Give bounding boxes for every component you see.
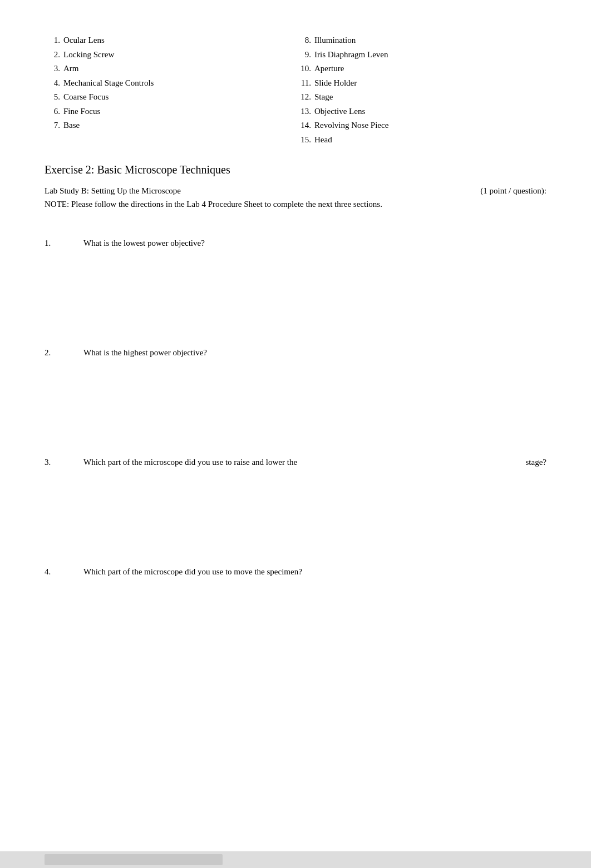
list-item: 4.Mechanical Stage Controls bbox=[45, 76, 296, 91]
question-4: 4. Which part of the microscope did you … bbox=[45, 556, 546, 577]
lab-study-points: (1 point / question): bbox=[480, 186, 546, 196]
list-item: 10.Aperture bbox=[296, 62, 546, 76]
bottom-bar-inner bbox=[45, 854, 223, 865]
exercise-title: Exercise 2: Basic Microscope Techniques bbox=[45, 163, 546, 176]
list-item: 6.Fine Focus bbox=[45, 105, 296, 119]
lab-study-header: Lab Study B: Setting Up the Microscope (… bbox=[45, 186, 546, 196]
list-column-right: 8.Illumination9.Iris Diaphragm Leven10.A… bbox=[296, 33, 546, 147]
list-item: 11.Slide Holder bbox=[296, 76, 546, 91]
right-list: 8.Illumination9.Iris Diaphragm Leven10.A… bbox=[296, 33, 546, 147]
answer-space-1 bbox=[45, 248, 546, 337]
question-2-number: 2. bbox=[45, 348, 83, 358]
lab-study-label: Lab Study B: Setting Up the Microscope bbox=[45, 186, 181, 196]
list-item: 13.Objective Lens bbox=[296, 105, 546, 119]
list-item: 3.Arm bbox=[45, 62, 296, 76]
answer-space-4 bbox=[45, 577, 546, 666]
question-1: 1. What is the lowest power objective? bbox=[45, 227, 546, 248]
list-item: 9.Iris Diaphragm Leven bbox=[296, 48, 546, 62]
question-1-text: What is the lowest power objective? bbox=[83, 239, 546, 248]
question-2: 2. What is the highest power objective? bbox=[45, 337, 546, 358]
question-3-suffix: stage? bbox=[508, 458, 546, 467]
answer-space-3 bbox=[45, 467, 546, 556]
lab-note: NOTE: Please follow the directions in th… bbox=[45, 198, 546, 211]
questions-container: 1. What is the lowest power objective? 2… bbox=[45, 227, 546, 666]
list-item: 2.Locking Screw bbox=[45, 48, 296, 62]
part-list: 1.Ocular Lens2.Locking Screw3.Arm4.Mecha… bbox=[45, 33, 546, 147]
list-item: 8.Illumination bbox=[296, 33, 546, 48]
question-4-number: 4. bbox=[45, 567, 83, 577]
answer-space-2 bbox=[45, 358, 546, 447]
list-item: 1.Ocular Lens bbox=[45, 33, 296, 48]
question-3-text: Which part of the microscope did you use… bbox=[83, 458, 508, 467]
page: 1.Ocular Lens2.Locking Screw3.Arm4.Mecha… bbox=[0, 0, 591, 868]
question-4-text: Which part of the microscope did you use… bbox=[83, 567, 546, 577]
list-item: 15.Head bbox=[296, 133, 546, 147]
list-item: 7.Base bbox=[45, 118, 296, 133]
list-column-left: 1.Ocular Lens2.Locking Screw3.Arm4.Mecha… bbox=[45, 33, 296, 147]
bottom-bar bbox=[0, 851, 591, 868]
list-item: 5.Coarse Focus bbox=[45, 90, 296, 105]
list-item: 12.Stage bbox=[296, 90, 546, 105]
question-3-number: 3. bbox=[45, 458, 83, 467]
list-item: 14.Revolving Nose Piece bbox=[296, 118, 546, 133]
question-1-number: 1. bbox=[45, 239, 83, 248]
question-2-text: What is the highest power objective? bbox=[83, 348, 546, 358]
question-3: 3. Which part of the microscope did you … bbox=[45, 447, 546, 467]
left-list: 1.Ocular Lens2.Locking Screw3.Arm4.Mecha… bbox=[45, 33, 296, 133]
